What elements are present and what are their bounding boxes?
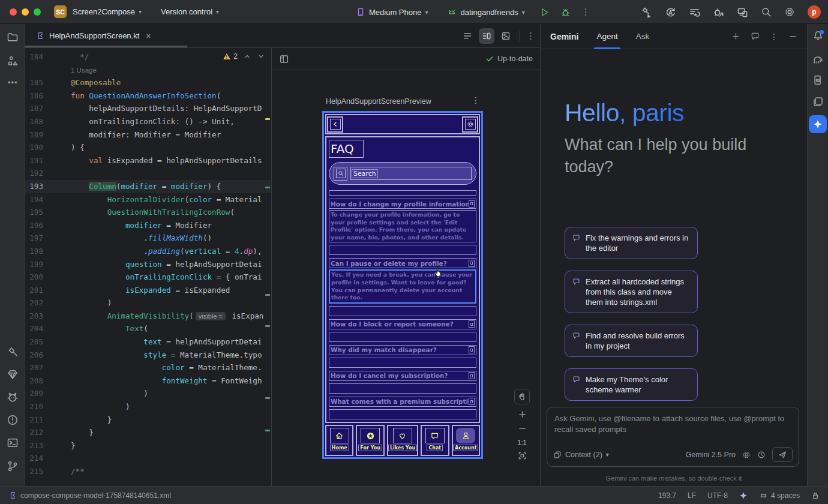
code-line[interactable]: 198 .padding(vertical = 4.dp),: [25, 245, 271, 258]
code-line[interactable]: 189 modifier: Modifier = Modifier: [25, 128, 271, 142]
code-line[interactable]: 196 modifier = Modifier: [25, 219, 271, 232]
version-control-branch-icon[interactable]: [7, 460, 19, 472]
cursor-position[interactable]: 193:7: [658, 491, 676, 500]
code-line[interactable]: 214: [25, 452, 271, 465]
faq-question[interactable]: Why did my match disappear?: [329, 345, 476, 355]
code-line[interactable]: 192: [25, 167, 271, 180]
window-close-button[interactable]: [10, 8, 17, 16]
expand-checkbox-icon[interactable]: [469, 320, 475, 328]
window-minimize-button[interactable]: [22, 8, 29, 16]
code-line[interactable]: 202 ): [25, 296, 271, 310]
lock-icon[interactable]: [811, 491, 820, 500]
search-bar[interactable]: Search: [329, 162, 476, 185]
code-line[interactable]: 203 AnimatedVisibility(visible = isExpan: [25, 310, 271, 323]
expand-checkbox-icon[interactable]: [469, 200, 475, 208]
build-hammer-icon[interactable]: [7, 346, 19, 358]
app-quality-insights-icon[interactable]: [7, 368, 19, 380]
model-selector[interactable]: Gemini 2.5 Pro: [686, 451, 736, 459]
editor-tab[interactable]: HelpAndSupportScreen.kt ×: [25, 24, 160, 47]
faq-question[interactable]: How do I change my profile information?: [329, 199, 476, 209]
chat-history-bubble-icon[interactable]: [751, 32, 760, 41]
running-devices-icon[interactable]: [812, 74, 824, 86]
line-ending[interactable]: LF: [688, 491, 696, 500]
faq-question[interactable]: What comes with a premium subscription?: [329, 397, 476, 407]
scrollbar-mark[interactable]: [265, 325, 270, 327]
code-line[interactable]: 200 onTrailingIconClick = { onTrai: [25, 271, 271, 284]
context-icon[interactable]: [553, 451, 562, 459]
tab-ask[interactable]: Ask: [636, 24, 650, 49]
run-configuration-selector[interactable]: datingandfriends ▾: [447, 7, 524, 17]
code-line[interactable]: 194 HorizontalDivider(color = Material: [25, 193, 271, 206]
editor-mode-design-button[interactable]: [498, 28, 514, 44]
settings-gear-icon[interactable]: [784, 7, 795, 17]
problems-icon[interactable]: [7, 414, 19, 426]
prev-warning-icon[interactable]: [243, 52, 251, 61]
build-run-icon[interactable]: [641, 7, 652, 18]
expand-checkbox-icon[interactable]: [469, 346, 475, 353]
code-line[interactable]: 191 val isExpanded = helpAndSupportDetai…: [25, 154, 271, 167]
code-line[interactable]: 211 }: [25, 413, 271, 427]
suggestion-card[interactable]: Find and resolve build errors in my proj…: [565, 325, 698, 357]
code-line[interactable]: 212 }: [25, 426, 271, 439]
zoom-out-icon[interactable]: [518, 424, 527, 433]
run-button[interactable]: [539, 7, 550, 17]
code-line[interactable]: 215/**: [25, 465, 271, 478]
more-run-options-button[interactable]: ⋮: [581, 7, 590, 17]
code-line[interactable]: 208 fontWeight = FontWeigh: [25, 374, 271, 388]
preview-phone-frame[interactable]: FAQ Search How do I change my profile in…: [322, 111, 483, 459]
code-line[interactable]: 195 QuestionWithTrailingIconRow(: [25, 206, 271, 219]
scrollbar-warning-mark[interactable]: [265, 118, 270, 120]
gradle-elephant-icon[interactable]: [812, 54, 824, 65]
tab-agent[interactable]: Agent: [596, 24, 617, 49]
tab-scroll-indicator[interactable]: [25, 46, 187, 47]
suggestion-card[interactable]: Make my Theme's color scheme warmer: [565, 368, 698, 401]
code-line[interactable]: 199 question = helpAndSupportDetai: [25, 258, 271, 271]
code-line[interactable]: 1 Usage: [25, 64, 271, 77]
code-line[interactable]: 205 text = helpAndSupportDetai: [25, 335, 271, 349]
usage-hint[interactable]: 1 Usage: [71, 67, 97, 74]
editor-more-options-icon[interactable]: ⋮: [526, 31, 535, 41]
expand-checkbox-icon[interactable]: [469, 260, 475, 267]
nav-item-likes-you[interactable]: Likes You: [387, 425, 418, 456]
code-editor[interactable]: 184 */1 Usage185@Composable186fun Questi…: [25, 48, 272, 486]
nav-item-for-you[interactable]: For You: [356, 425, 384, 456]
code-line[interactable]: 207 color = MaterialTheme.: [25, 361, 271, 374]
gemini-tool-window-button[interactable]: [809, 115, 827, 133]
editor-mode-split-button[interactable]: [479, 28, 494, 44]
scrollbar-mark[interactable]: [265, 294, 270, 296]
gemini-more-options-icon[interactable]: ⋮: [770, 32, 778, 41]
inspections-widget[interactable]: 2: [223, 52, 265, 61]
code-assist-icon[interactable]: [665, 7, 676, 18]
more-tool-windows-icon[interactable]: •••: [8, 78, 18, 87]
expand-checkbox-icon[interactable]: [469, 372, 475, 379]
device-selector[interactable]: Medium Phone ▾: [356, 7, 428, 17]
code-line[interactable]: 201 isExpanded = isExpanded: [25, 284, 271, 297]
code-line[interactable]: 190) {: [25, 141, 271, 154]
faq-question[interactable]: Can I pause or delete my profile?: [329, 258, 476, 268]
zoom-to-fit-icon[interactable]: [518, 451, 527, 460]
device-mirror-icon[interactable]: [737, 7, 748, 18]
settings-button[interactable]: [462, 116, 478, 133]
code-line[interactable]: 188 onTrailingIconClick: () -> Unit,: [25, 115, 271, 128]
window-zoom-button[interactable]: [34, 8, 41, 16]
nav-item-chat[interactable]: Chat: [421, 425, 449, 456]
status-file[interactable]: compose-compose-model-1758748140651.xml: [8, 491, 171, 500]
project-selector[interactable]: Screen2Compose ▾: [73, 7, 142, 16]
code-line[interactable]: 185@Composable: [25, 76, 271, 89]
code-line[interactable]: 210 ): [25, 400, 271, 413]
zoom-in-icon[interactable]: [518, 410, 527, 419]
context-selector[interactable]: Context (2): [565, 451, 602, 459]
new-chat-plus-icon[interactable]: [731, 32, 740, 41]
expand-checkbox-icon[interactable]: [469, 398, 475, 405]
search-input[interactable]: Search: [350, 167, 472, 180]
prompt-history-clock-icon[interactable]: [757, 451, 766, 459]
preview-title[interactable]: HelpAndSupportScreenPreview: [326, 97, 431, 106]
vcs-selector[interactable]: Version control ▾: [161, 7, 219, 16]
editor-mode-code-button[interactable]: [460, 28, 475, 44]
project-folder-icon[interactable]: [7, 31, 19, 43]
zoom-level[interactable]: 1:1: [517, 439, 526, 446]
code-line[interactable]: 197 .fillMaxWidth(): [25, 232, 271, 245]
resource-manager-icon[interactable]: [7, 55, 19, 67]
device-explorer-icon[interactable]: [812, 96, 824, 107]
code-line[interactable]: 209 ): [25, 387, 271, 400]
